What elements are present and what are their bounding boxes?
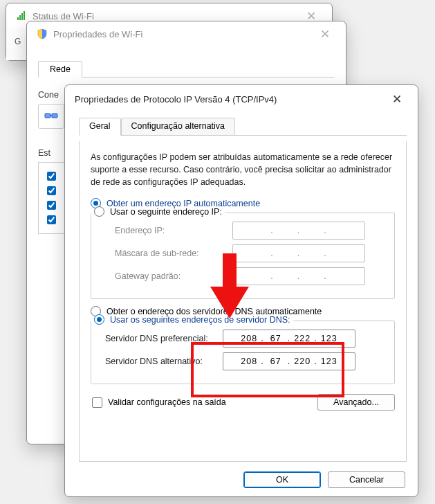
ipv4-properties-dialog: Propriedades de Protocolo IP Versão 4 (T… — [64, 84, 418, 497]
dns-preferred-row: Servidor DNS preferencial: 208. 67. 222.… — [105, 330, 386, 348]
radio-dns-manual[interactable] — [94, 314, 104, 325]
description-text: As configurações IP podem ser atribuídas… — [91, 151, 395, 188]
window-title: Status de Wi-Fi — [33, 11, 297, 21]
dns-alternate-label: Servidor DNS alternativo: — [105, 357, 223, 366]
dns-alternate-row: Servidor DNS alternativo: 208. 67. 220. … — [105, 352, 386, 370]
svg-rect-2 — [21, 13, 23, 20]
gateway-label: Gateway padrão: — [115, 271, 232, 281]
gateway-row: Gateway padrão: ... — [115, 267, 386, 285]
ip-address-label: Endereço IP: — [115, 226, 232, 235]
bottom-row: Validar configurações na saída Avançado.… — [91, 394, 395, 411]
adapter-icon — [38, 104, 64, 129]
close-button[interactable]: ✕ — [311, 21, 339, 46]
tab-general[interactable]: Geral — [79, 118, 121, 136]
close-button[interactable]: ✕ — [383, 87, 411, 111]
svg-rect-5 — [52, 114, 57, 118]
dns-manual-group: Usar os seguintes endereços de servidor … — [91, 321, 395, 384]
tabs: Geral Configuração alternativa — [79, 117, 407, 136]
ip-manual-group: Usar o seguinte endereço IP: Endereço IP… — [91, 213, 395, 299]
shield-icon — [37, 28, 48, 39]
validate-label[interactable]: Validar configurações na saída — [108, 397, 226, 407]
subnet-mask-input: ... — [232, 244, 365, 262]
dialog-actions: OK Cancelar — [79, 471, 407, 488]
titlebar: Propriedades de Wi-Fi ✕ — [27, 21, 346, 46]
ip-address-input: ... — [232, 222, 365, 240]
gateway-input: ... — [232, 267, 365, 285]
radio-dns-manual-label[interactable]: Usar os seguintes endereços de servidor … — [110, 315, 290, 325]
titlebar: Propriedades de Protocolo IP Versão 4 (T… — [65, 85, 418, 113]
dns-preferred-input[interactable]: 208. 67. 222. 123 — [223, 330, 355, 348]
ip-address-row: Endereço IP: ... — [115, 222, 386, 240]
ok-button[interactable]: OK — [243, 471, 321, 488]
subnet-mask-label: Máscara de sub-rede: — [115, 249, 232, 258]
tab-panel-general: As configurações IP podem ser atribuídas… — [79, 141, 407, 462]
radio-ip-manual[interactable] — [94, 206, 104, 217]
tab-alternate-config[interactable]: Configuração alternativa — [121, 118, 236, 136]
dns-preferred-label: Servidor DNS preferencial: — [105, 334, 223, 343]
svg-rect-4 — [45, 114, 50, 118]
validate-checkbox[interactable] — [92, 397, 102, 408]
subnet-mask-row: Máscara de sub-rede: ... — [115, 244, 386, 262]
body: Geral Configuração alternativa As config… — [65, 113, 418, 496]
radio-ip-manual-label[interactable]: Usar o seguinte endereço IP: — [110, 207, 222, 217]
cancel-button[interactable]: Cancelar — [328, 471, 405, 488]
window-title: Propriedades de Wi-Fi — [53, 29, 311, 39]
dns-alternate-input[interactable]: 208. 67. 220. 123 — [223, 352, 355, 370]
svg-rect-0 — [17, 17, 19, 20]
svg-rect-1 — [19, 15, 21, 20]
tab-network[interactable]: Rede — [38, 61, 82, 78]
tabs: Rede — [38, 59, 335, 78]
dialog-title: Propriedades de Protocolo IP Versão 4 (T… — [75, 94, 383, 105]
advanced-button[interactable]: Avançado... — [317, 394, 395, 411]
wifi-icon — [16, 10, 27, 21]
svg-rect-3 — [24, 11, 25, 20]
